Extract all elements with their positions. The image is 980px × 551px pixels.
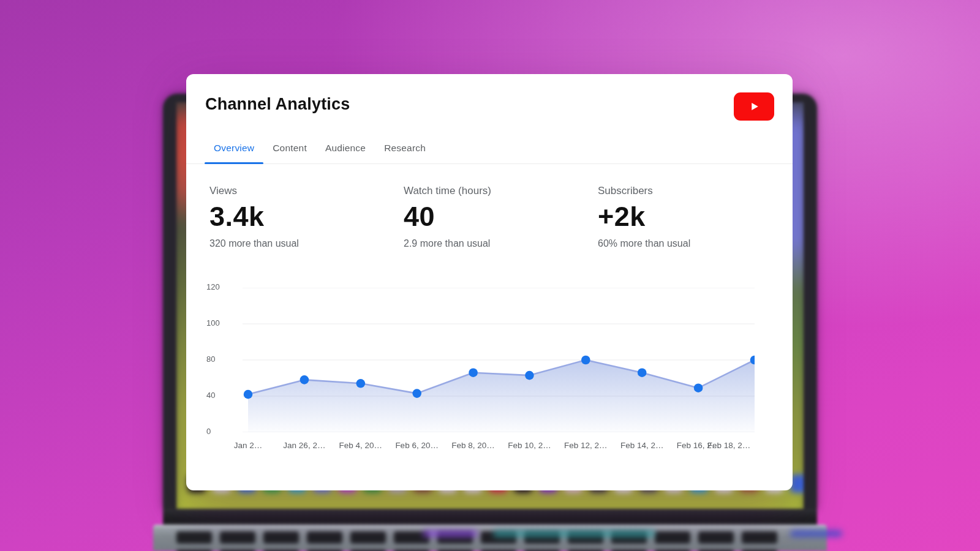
stat-label: Subscribers	[598, 185, 792, 197]
stat-subscribers: Subscribers+2k60% more than usual	[598, 185, 792, 249]
stat-value: 40	[404, 201, 598, 233]
data-point[interactable]	[300, 375, 309, 384]
tab-research[interactable]: Research	[375, 135, 435, 163]
keyboard-key	[176, 531, 212, 544]
stat-label: Watch time (hours)	[404, 185, 598, 197]
stat-label: Views	[209, 185, 404, 197]
desktop-background: Channel Analytics OverviewContentAudienc…	[0, 0, 980, 551]
stat-value: +2k	[598, 201, 792, 233]
youtube-logo-icon	[734, 92, 774, 121]
analytics-card: Channel Analytics OverviewContentAudienc…	[186, 74, 793, 490]
y-axis-label: 80	[206, 354, 231, 364]
y-axis-label: 0	[206, 427, 231, 436]
stat-watch-time-hours-: Watch time (hours)402.9 more than usual	[404, 185, 598, 249]
keyboard-key	[698, 531, 734, 544]
data-point[interactable]	[638, 368, 647, 377]
laptop-hinge	[163, 509, 817, 525]
y-axis-label: 120	[206, 282, 231, 291]
x-axis-label: Feb 14, 2…	[616, 441, 668, 450]
stats-row: Views3.4k320 more than usualWatch time (…	[186, 185, 793, 249]
y-axis-label: 40	[206, 391, 231, 400]
screen-reflection	[423, 530, 478, 537]
keyboard-key	[307, 531, 342, 544]
card-header: Channel Analytics	[186, 74, 793, 121]
keyboard-key	[350, 531, 386, 544]
stat-delta: 320 more than usual	[209, 238, 404, 249]
laptop-keyboard-deck	[153, 525, 827, 551]
keyboard-key	[220, 531, 255, 544]
analytics-chart[interactable]: 04080100120Jan 2…Jan 26, 2…Feb 4, 20…Feb…	[205, 280, 774, 471]
tab-overview[interactable]: Overview	[205, 135, 263, 163]
x-axis-label: Jan 2…	[222, 441, 274, 450]
chart-plot[interactable]	[243, 288, 755, 432]
keyboard-key	[655, 531, 690, 544]
play-icon	[745, 97, 763, 116]
y-axis-label: 100	[206, 318, 231, 328]
stat-delta: 2.9 more than usual	[404, 238, 598, 249]
keyboard-keys	[176, 531, 804, 551]
keyboard-key	[742, 531, 777, 544]
area-fill	[248, 360, 755, 432]
data-point[interactable]	[694, 383, 703, 392]
x-axis-label: Feb 10, 2…	[503, 441, 555, 450]
data-point[interactable]	[581, 356, 590, 365]
screen-reflection	[790, 530, 842, 537]
stat-delta: 60% more than usual	[598, 238, 792, 249]
x-axis-label: Feb 6, 20…	[391, 441, 443, 450]
x-axis-label: Feb 8, 20…	[448, 441, 499, 450]
data-point[interactable]	[244, 390, 253, 399]
page-title: Channel Analytics	[205, 95, 350, 114]
keyboard-key	[263, 531, 299, 544]
stat-views: Views3.4k320 more than usual	[209, 185, 404, 249]
data-point[interactable]	[469, 368, 478, 377]
data-point[interactable]	[412, 389, 421, 398]
tab-content[interactable]: Content	[263, 135, 316, 163]
stat-value: 3.4k	[209, 201, 404, 233]
x-axis-label: Jan 26, 2…	[279, 441, 330, 450]
data-point[interactable]	[525, 371, 534, 380]
x-axis-label: Feb 18, 2…	[703, 441, 755, 450]
screen-reflection	[493, 530, 655, 537]
x-axis-label: Feb 4, 20…	[335, 441, 386, 450]
data-point[interactable]	[356, 379, 366, 388]
tab-audience[interactable]: Audience	[316, 135, 375, 163]
tab-bar: OverviewContentAudienceResearch	[186, 135, 793, 164]
x-axis-label: Feb 12, 2…	[560, 441, 611, 450]
